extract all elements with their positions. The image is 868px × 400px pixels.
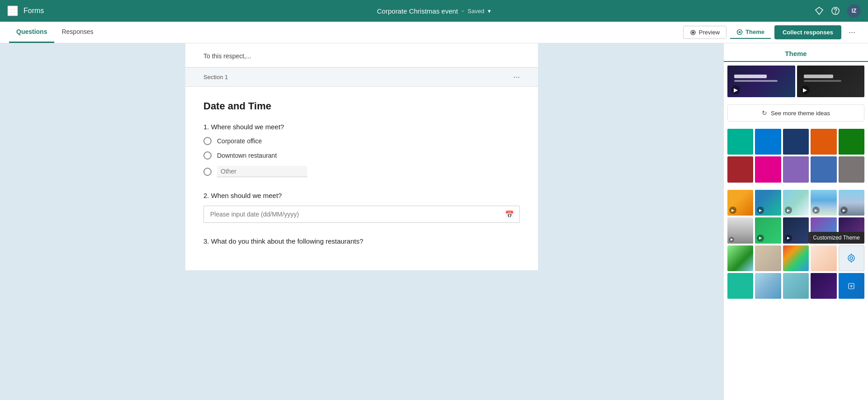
color-pink[interactable] (755, 156, 781, 182)
form-intro: To this respect,... (185, 43, 538, 67)
svg-rect-7 (12, 13, 14, 15)
radio-corporate-office[interactable] (203, 137, 212, 145)
option-downtown-restaurant-label: Downtown restaurant (217, 152, 277, 159)
theme-swatch-1[interactable]: ▶ (727, 190, 753, 216)
color-gray-purple[interactable] (839, 156, 864, 182)
preview-button[interactable]: Preview (683, 26, 726, 39)
color-medium-blue[interactable] (811, 156, 836, 182)
main-content: To this respect,... Section 1 ··· Date a… (0, 43, 868, 400)
svg-point-13 (692, 32, 694, 33)
collect-responses-button[interactable]: Collect responses (774, 25, 841, 39)
theme-swatch-19[interactable] (839, 273, 864, 299)
svg-point-15 (848, 255, 854, 261)
app-name: Forms (24, 7, 44, 15)
svg-point-16 (850, 257, 853, 259)
question-3: 3. What do you think about the following… (203, 237, 520, 245)
color-grid (724, 125, 868, 186)
theme-grid: ▶ ▶ ▶ ▶ ▶ ▶ ▶ ▶ (724, 186, 868, 303)
form-area: To this respect,... Section 1 ··· Date a… (0, 43, 723, 400)
theme-swatch-3[interactable]: ▶ (783, 190, 809, 216)
svg-rect-0 (9, 7, 11, 9)
form-card: Date and Time 1. Where should we meet? C… (185, 87, 538, 270)
apps-icon[interactable] (7, 5, 18, 16)
saved-status: Saved (467, 8, 484, 14)
diamond-icon[interactable] (815, 6, 824, 15)
radio-other[interactable] (203, 168, 212, 176)
tab-questions[interactable]: Questions (9, 22, 54, 43)
question-3-label: 3. What do you think about the following… (203, 237, 520, 245)
theme-swatch-4[interactable]: ▶ (811, 190, 836, 216)
svg-rect-6 (9, 13, 11, 15)
topbar: Forms Corporate Christmas event - Saved … (0, 0, 868, 22)
more-options-button[interactable]: ··· (845, 26, 859, 39)
color-green[interactable] (839, 129, 864, 155)
svg-rect-1 (12, 7, 14, 9)
tab-responses[interactable]: Responses (54, 22, 100, 43)
form-menu-chevron[interactable]: ▾ (488, 8, 491, 14)
color-teal[interactable] (727, 129, 753, 155)
theme-swatch-18[interactable] (811, 273, 836, 299)
theme-swatch-2[interactable]: ▶ (755, 190, 781, 216)
theme-concert[interactable]: ▶ (727, 66, 795, 97)
calendar-icon[interactable]: 📅 (500, 210, 519, 219)
theme-panel-header: Theme (724, 43, 868, 62)
play-icon-concert: ▶ (731, 85, 740, 94)
separator: - (462, 7, 464, 15)
theme-swatch-13[interactable] (783, 245, 809, 271)
theme-swatch-6[interactable]: ▶ (727, 217, 753, 243)
section-menu-button[interactable]: ··· (513, 72, 520, 82)
color-dark-blue[interactable] (783, 129, 809, 155)
intro-text: To this respect,... (203, 52, 520, 60)
theme-swatch-customized[interactable] (839, 245, 864, 271)
question-1: 1. Where should we meet? Corporate offic… (203, 123, 520, 177)
radio-downtown-restaurant[interactable] (203, 151, 212, 160)
svg-rect-3 (9, 10, 11, 12)
form-name: Corporate Christmas event (377, 7, 458, 15)
theme-swatch-16[interactable] (755, 273, 781, 299)
svg-rect-4 (12, 10, 14, 12)
see-more-themes-button[interactable]: ↻ See more theme ideas (727, 104, 864, 122)
section-header: Section 1 ··· (185, 67, 538, 87)
theme-swatch-15[interactable] (727, 273, 753, 299)
svg-point-11 (835, 13, 836, 13)
theme-button[interactable]: Theme (730, 26, 771, 39)
theme-swatch-11[interactable] (727, 245, 753, 271)
date-input[interactable] (204, 206, 500, 222)
subheader: Questions Responses Preview Theme Collec… (0, 22, 868, 43)
svg-rect-2 (14, 7, 17, 9)
svg-marker-9 (816, 7, 823, 14)
theme-images-top: ▶ ▶ (724, 62, 868, 101)
theme-swatch-17[interactable] (783, 273, 809, 299)
svg-rect-8 (14, 13, 17, 15)
theme-swatch-7[interactable]: ▶ (755, 217, 781, 243)
see-more-label: See more theme ideas (771, 110, 830, 117)
question-2-label: 2. When should we meet? (203, 192, 520, 199)
play-icon-dark: ▶ (801, 85, 810, 94)
color-blue[interactable] (755, 129, 781, 155)
theme-swatch-8[interactable]: ▶ (783, 217, 809, 243)
avatar[interactable]: IZ (847, 4, 861, 18)
color-purple[interactable] (783, 156, 809, 182)
svg-rect-5 (14, 10, 17, 12)
question-1-label: 1. Where should we meet? (203, 123, 520, 131)
option-downtown-restaurant: Downtown restaurant (203, 151, 520, 160)
customized-theme-wrapper: Customized Theme (839, 245, 864, 271)
theme-swatch-14[interactable] (811, 245, 836, 271)
section-label: Section 1 (203, 74, 228, 80)
theme-swatch-5[interactable]: ▶ (839, 190, 864, 216)
option-other (203, 166, 520, 177)
theme-swatch-12[interactable] (755, 245, 781, 271)
option-corporate-office: Corporate office (203, 137, 520, 145)
theme-panel: Theme ▶ ▶ ↻ See more theme i (723, 43, 868, 400)
option-corporate-office-label: Corporate office (217, 137, 262, 145)
help-icon[interactable] (831, 6, 840, 15)
theme-swatch-10[interactable]: ▶ (839, 217, 864, 243)
theme-dark[interactable]: ▶ (797, 66, 865, 97)
refresh-icon: ↻ (762, 109, 767, 117)
theme-swatch-9[interactable]: ▶ (811, 217, 836, 243)
form-title: Date and Time (203, 100, 520, 112)
date-input-wrapper: 📅 (203, 206, 520, 223)
color-dark-red[interactable] (727, 156, 753, 182)
other-input[interactable] (217, 166, 307, 177)
color-orange[interactable] (811, 129, 836, 155)
